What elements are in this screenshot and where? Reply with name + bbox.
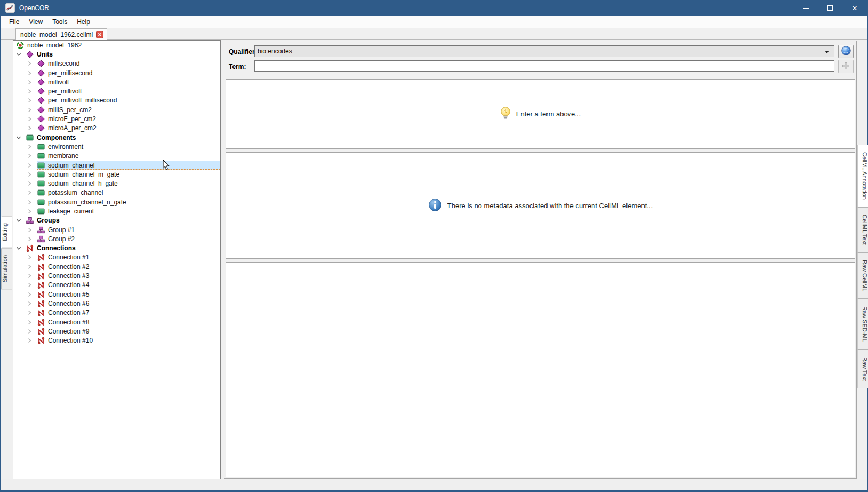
- tree-item-noble-model-1962[interactable]: noble_model_1962: [13, 41, 220, 50]
- editor-tab-cellml-annotation[interactable]: CellML Annotation: [857, 145, 868, 207]
- minimize-button[interactable]: [793, 0, 818, 16]
- tree-item-connection-9[interactable]: Connection #9: [13, 327, 220, 336]
- tree-item-label: Connection #6: [48, 300, 89, 307]
- chevron-right-icon[interactable]: [26, 338, 37, 343]
- chevron-right-icon[interactable]: [26, 116, 37, 122]
- tree-item-millivolt[interactable]: millivolt: [13, 77, 220, 86]
- tree-item-group-2[interactable]: Group #2: [13, 234, 220, 243]
- tree-item-connection-4[interactable]: Connection #4: [13, 281, 220, 290]
- chevron-right-icon[interactable]: [26, 144, 37, 149]
- menu-help[interactable]: Help: [72, 17, 95, 27]
- mode-tab-simulation[interactable]: Simulation: [1, 248, 12, 289]
- lookup-qualifier-button[interactable]: [838, 45, 854, 58]
- chevron-right-icon[interactable]: [26, 61, 37, 66]
- tree-item-per-millivolt[interactable]: per_millivolt: [13, 86, 220, 96]
- tree-item-label: Connection #9: [48, 328, 89, 335]
- chevron-right-icon[interactable]: [26, 98, 37, 103]
- chevron-right-icon[interactable]: [26, 282, 37, 288]
- chevron-right-icon[interactable]: [26, 163, 37, 168]
- tree-item-units[interactable]: Units: [13, 50, 220, 59]
- chevron-right-icon[interactable]: [26, 125, 37, 131]
- tree-item-millis-per-cm2[interactable]: milliS_per_cm2: [13, 105, 220, 114]
- menu-file[interactable]: File: [4, 17, 24, 27]
- chevron-right-icon[interactable]: [26, 209, 37, 214]
- chevron-right-icon[interactable]: [26, 70, 37, 76]
- tree-item-potassium-channel-n-gate[interactable]: potassium_channel_n_gate: [13, 197, 220, 207]
- tree-item-per-millivolt-millisecond[interactable]: per_millivolt_millisecond: [13, 96, 220, 105]
- tree-item-connection-7[interactable]: Connection #7: [13, 308, 220, 318]
- chevron-right-icon[interactable]: [26, 80, 37, 85]
- maximize-button[interactable]: [818, 0, 842, 16]
- tree-item-membrane[interactable]: membrane: [13, 152, 220, 161]
- tree-item-microa-per-cm2[interactable]: microA_per_cm2: [13, 124, 220, 133]
- tree-item-connection-2[interactable]: Connection #2: [13, 262, 220, 271]
- tree-item-label: per_millisecond: [48, 69, 92, 77]
- unit-icon: [37, 88, 45, 95]
- tree-item-label: membrane: [48, 152, 78, 160]
- chevron-right-icon[interactable]: [26, 236, 37, 242]
- editor-tab-raw-text[interactable]: Raw Text: [857, 350, 868, 388]
- chevron-right-icon[interactable]: [26, 329, 37, 334]
- chevron-right-icon[interactable]: [26, 255, 37, 260]
- info-icon: [428, 198, 442, 213]
- editor-tab-cellml-text[interactable]: CellML Text: [857, 207, 868, 252]
- chevron-right-icon[interactable]: [26, 200, 37, 205]
- menu-tools[interactable]: Tools: [47, 17, 72, 27]
- tree-item-connection-1[interactable]: Connection #1: [13, 253, 220, 262]
- tree-item-connection-5[interactable]: Connection #5: [13, 290, 220, 299]
- tree-item-label: microA_per_cm2: [48, 124, 97, 132]
- tree-item-leakage-current[interactable]: leakage_current: [13, 207, 220, 216]
- chevron-right-icon[interactable]: [26, 190, 37, 195]
- chevron-right-icon[interactable]: [26, 320, 37, 325]
- file-tab[interactable]: noble_model_1962.cellml ✕: [15, 28, 107, 40]
- chevron-right-icon[interactable]: [26, 172, 37, 177]
- tree-item-components[interactable]: Components: [13, 133, 220, 142]
- tree-item-label: Connection #4: [48, 281, 89, 289]
- tree-item-microf-per-cm2[interactable]: microF_per_cm2: [13, 114, 220, 123]
- chevron-right-icon[interactable]: [26, 273, 37, 279]
- tree-item-groups[interactable]: Groups: [13, 216, 220, 225]
- tree-item-per-millisecond[interactable]: per_millisecond: [13, 68, 220, 77]
- tree-item-sodium-channel[interactable]: sodium_channel: [13, 161, 220, 170]
- tree-item-connection-3[interactable]: Connection #3: [13, 271, 220, 280]
- tab-close-icon[interactable]: ✕: [96, 31, 103, 38]
- add-term-button[interactable]: [838, 60, 854, 73]
- tree-item-group-1[interactable]: Group #1: [13, 225, 220, 234]
- term-input[interactable]: [254, 60, 834, 72]
- chevron-right-icon[interactable]: [26, 301, 37, 306]
- tree-item-label: Group #1: [48, 226, 75, 234]
- tree-item-millisecond[interactable]: millisecond: [13, 59, 220, 68]
- unit-icon: [37, 78, 45, 86]
- tree-item-connection-8[interactable]: Connection #8: [13, 318, 220, 327]
- chevron-right-icon[interactable]: [26, 227, 37, 233]
- tree-item-environment[interactable]: environment: [13, 142, 220, 151]
- menu-view[interactable]: View: [24, 17, 47, 27]
- tree-item-connections[interactable]: Connections: [13, 244, 220, 253]
- chevron-right-icon[interactable]: [26, 181, 37, 186]
- chevron-right-icon[interactable]: [26, 107, 37, 113]
- group-icon: [37, 235, 45, 243]
- chevron-right-icon[interactable]: [26, 264, 37, 269]
- chevron-down-icon[interactable]: [15, 245, 26, 251]
- tree-item-sodium-channel-m-gate[interactable]: sodium_channel_m_gate: [13, 170, 220, 179]
- tree-item-sodium-channel-h-gate[interactable]: sodium_channel_h_gate: [13, 179, 220, 188]
- chevron-down-icon[interactable]: [15, 135, 26, 140]
- editor-tab-raw-sed-ml[interactable]: Raw SED-ML: [857, 299, 868, 350]
- tree-item-connection-10[interactable]: Connection #10: [13, 336, 220, 345]
- tree-item-label: millisecond: [48, 60, 79, 67]
- chevron-right-icon[interactable]: [26, 153, 37, 158]
- chevron-right-icon[interactable]: [26, 310, 37, 315]
- qualifier-combobox[interactable]: bio:encodes: [254, 45, 834, 57]
- mode-tab-editing[interactable]: Editing: [1, 216, 12, 248]
- tree-item-potassium-channel[interactable]: potassium_channel: [13, 188, 220, 197]
- tree-item-connection-6[interactable]: Connection #6: [13, 299, 220, 308]
- chevron-right-icon[interactable]: [26, 89, 37, 94]
- chevron-right-icon[interactable]: [26, 292, 37, 297]
- close-button[interactable]: ✕: [842, 0, 867, 16]
- chevron-down-icon[interactable]: [15, 218, 26, 223]
- cellml-tree[interactable]: noble_model_1962Unitsmillisecondper_mill…: [13, 40, 221, 479]
- chevron-down-icon[interactable]: [15, 52, 26, 57]
- minimize-icon: [803, 8, 809, 9]
- editor-tab-raw-cellml[interactable]: Raw CellML: [857, 252, 868, 299]
- tree-item-label: potassium_channel: [48, 189, 103, 196]
